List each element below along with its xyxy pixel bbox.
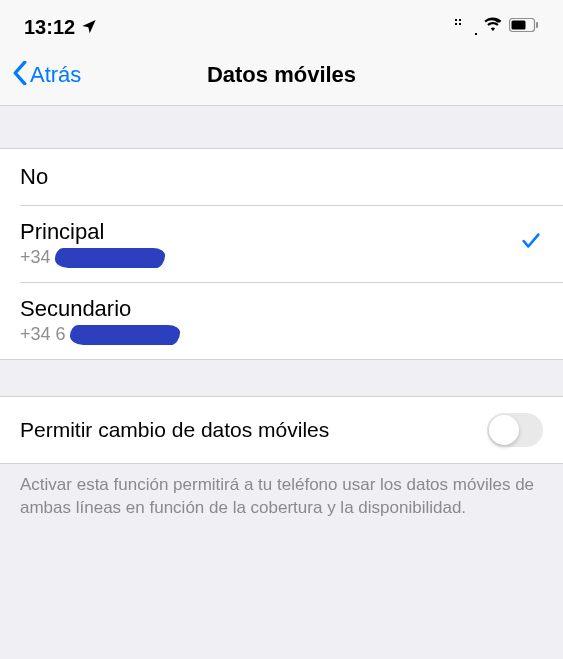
sim-selection-list: No Principal +34 Secundario +34 6	[0, 148, 563, 360]
status-bar: 13:12	[0, 0, 563, 50]
page-title: Datos móviles	[0, 62, 563, 88]
status-time: 13:12	[24, 16, 75, 39]
data-switching-label: Permitir cambio de datos móviles	[20, 418, 329, 442]
spacer	[0, 106, 563, 148]
back-button[interactable]: Atrás	[12, 60, 81, 90]
status-right	[455, 17, 539, 37]
option-off-label: No	[20, 164, 48, 190]
redacted-number	[69, 325, 180, 345]
option-secondary[interactable]: Secundario +34 6	[0, 282, 563, 359]
option-secondary-number: +34 6	[20, 324, 180, 345]
data-switching-toggle[interactable]	[487, 413, 543, 447]
nav-bar: Atrás Datos móviles	[0, 50, 563, 106]
dual-sim-signal-icon	[455, 19, 477, 35]
status-left: 13:12	[24, 16, 97, 39]
spacer	[0, 360, 563, 396]
svg-rect-2	[536, 22, 538, 28]
checkmark-icon	[519, 228, 543, 259]
option-primary-number: +34	[20, 247, 165, 268]
option-primary-label: Principal	[20, 219, 165, 245]
battery-icon	[509, 18, 539, 36]
option-off[interactable]: No	[0, 149, 563, 205]
option-primary[interactable]: Principal +34	[0, 205, 563, 282]
svg-rect-1	[512, 21, 526, 30]
location-icon	[81, 16, 97, 39]
back-label: Atrás	[30, 62, 81, 88]
footer-description: Activar esta función permitirá a tu telé…	[0, 464, 563, 530]
option-secondary-label: Secundario	[20, 296, 180, 322]
chevron-left-icon	[12, 60, 28, 90]
redacted-number	[54, 248, 165, 268]
wifi-icon	[483, 17, 503, 37]
data-switching-row: Permitir cambio de datos móviles	[0, 396, 563, 464]
